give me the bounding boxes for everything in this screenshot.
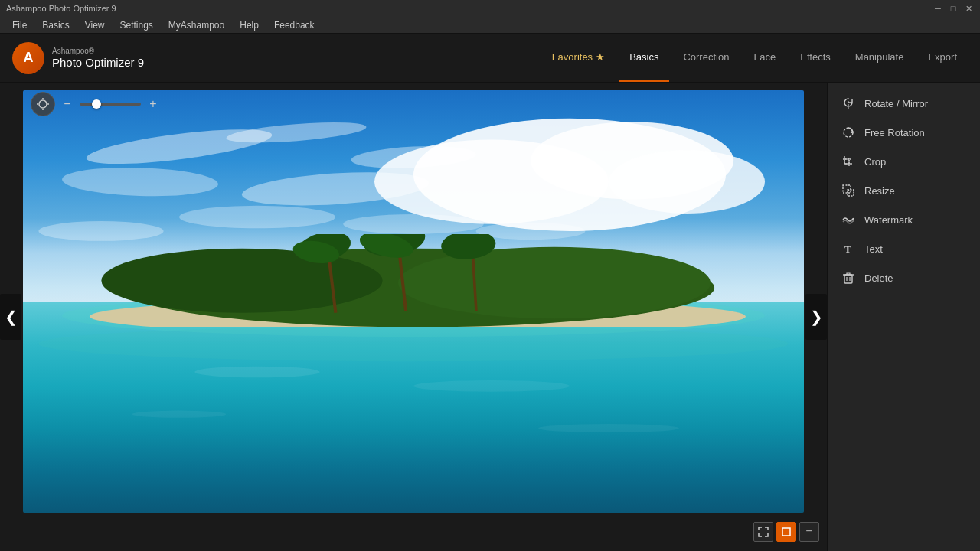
tab-basics[interactable]: Basics <box>619 34 669 82</box>
rotate-mirror-label: Rotate / Mirror <box>864 98 928 109</box>
logo-area: A Ashampoo® Photo Optimizer 9 <box>12 42 144 74</box>
tab-export[interactable]: Export <box>917 34 968 82</box>
tab-favorites[interactable]: Favorites ★ <box>541 34 616 82</box>
zoom-minus-button[interactable]: − <box>60 96 75 112</box>
app-name: Photo Optimizer 9 <box>52 56 144 70</box>
menu-view[interactable]: View <box>79 18 111 32</box>
photo-water-ripples <box>23 302 804 513</box>
logo-icon: A <box>12 42 44 74</box>
zoom-controls: − + <box>31 92 161 116</box>
photo-scene <box>23 90 804 513</box>
text-label: Text <box>864 243 883 255</box>
photo-island-vegetation <box>86 234 750 327</box>
panel-resize[interactable]: Resize <box>828 176 980 205</box>
titlebar-title: Ashampoo Photo Optimizer 9 <box>6 4 116 13</box>
nav-tabs: Favorites ★ Basics Correction Face Effec… <box>541 34 968 82</box>
menu-settings[interactable]: Settings <box>113 18 158 32</box>
svg-point-12 <box>61 165 218 198</box>
fit-to-screen-button[interactable] <box>753 522 773 542</box>
svg-point-10 <box>225 119 367 146</box>
svg-point-20 <box>101 248 382 312</box>
panel-text[interactable]: T Text <box>828 234 980 263</box>
resize-label: Resize <box>864 185 895 197</box>
zoom-slider[interactable] <box>80 103 141 106</box>
brand-name: Ashampoo® <box>52 47 144 56</box>
svg-point-34 <box>413 380 570 392</box>
menu-myashampoo[interactable]: MyAshampoo <box>162 18 230 32</box>
free-rotation-icon <box>840 124 857 141</box>
titlebar-controls: ─ □ ✕ <box>933 3 974 14</box>
svg-rect-45 <box>843 185 851 193</box>
panel-crop[interactable]: Crop <box>828 147 980 176</box>
svg-point-0 <box>39 100 47 108</box>
tab-face[interactable]: Face <box>743 34 786 82</box>
svg-rect-44 <box>844 159 849 164</box>
watermark-label: Watermark <box>864 214 913 226</box>
svg-point-8 <box>609 150 765 214</box>
svg-rect-49 <box>844 275 852 283</box>
menu-feedback[interactable]: Feedback <box>268 18 321 32</box>
tab-manipulate[interactable]: Manipulate <box>844 34 915 82</box>
titlebar: Ashampoo Photo Optimizer 9 ─ □ ✕ <box>0 0 980 17</box>
titlebar-left: Ashampoo Photo Optimizer 9 <box>6 4 116 13</box>
crop-icon <box>840 153 857 170</box>
photo-display <box>23 90 804 513</box>
prev-image-button[interactable]: ❮ <box>0 294 21 340</box>
free-rotation-label: Free Rotation <box>864 127 925 139</box>
zoom-pan-button[interactable] <box>31 92 55 116</box>
favorites-star: ★ <box>596 51 605 63</box>
close-button[interactable]: ✕ <box>963 3 974 14</box>
panel-free-rotation[interactable]: Free Rotation <box>828 118 980 147</box>
main-area: − + <box>0 83 980 551</box>
svg-point-21 <box>398 247 710 318</box>
zoom-plus-button[interactable]: + <box>145 96 161 112</box>
resize-icon <box>840 182 857 199</box>
panel-rotate-mirror[interactable]: Rotate / Mirror <box>828 89 980 118</box>
right-panel: Rotate / Mirror Free Rotation <box>827 83 980 551</box>
view-controls: − <box>753 522 819 542</box>
panel-watermark[interactable]: Watermark <box>828 205 980 234</box>
svg-point-35 <box>132 411 226 418</box>
menubar: File Basics View Settings MyAshampoo Hel… <box>0 17 980 34</box>
svg-rect-37 <box>782 528 790 536</box>
menu-file[interactable]: File <box>6 18 33 32</box>
watermark-icon <box>840 211 857 228</box>
svg-point-16 <box>343 214 484 234</box>
minimize-button[interactable]: ─ <box>933 3 943 14</box>
original-size-button[interactable] <box>776 522 796 542</box>
header: A Ashampoo® Photo Optimizer 9 Favorites … <box>0 34 980 83</box>
delete-label: Delete <box>864 272 893 284</box>
image-area: − + <box>0 83 827 551</box>
text-icon: T <box>840 240 857 257</box>
svg-point-15 <box>179 206 335 228</box>
tab-correction[interactable]: Correction <box>672 34 740 82</box>
svg-point-33 <box>194 367 319 378</box>
tab-effects[interactable]: Effects <box>789 34 841 82</box>
menu-help[interactable]: Help <box>234 18 265 32</box>
crop-label: Crop <box>864 156 886 168</box>
svg-point-36 <box>538 424 679 432</box>
svg-text:T: T <box>844 243 851 255</box>
zoom-slider-thumb[interactable] <box>92 99 101 109</box>
zoom-out-view-button[interactable]: − <box>799 522 819 542</box>
logo-text: Ashampoo® Photo Optimizer 9 <box>52 47 144 70</box>
rotate-mirror-icon <box>840 95 857 112</box>
next-image-button[interactable]: ❯ <box>805 294 827 340</box>
maximize-button[interactable]: □ <box>948 3 959 14</box>
menu-basics[interactable]: Basics <box>36 18 75 32</box>
panel-delete[interactable]: Delete <box>828 263 980 292</box>
svg-point-9 <box>84 122 274 171</box>
svg-point-32 <box>38 326 788 361</box>
delete-icon <box>840 269 857 286</box>
